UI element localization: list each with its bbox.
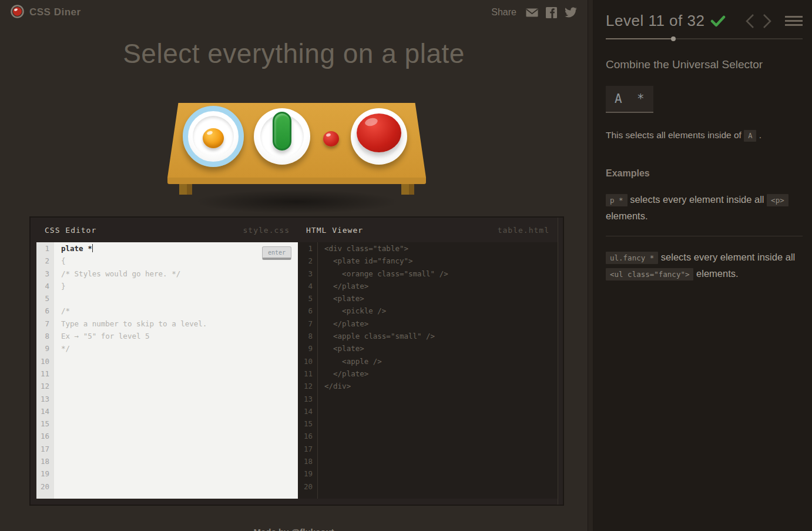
line-number: 17	[36, 443, 54, 455]
apple[interactable]	[357, 113, 401, 152]
html-viewer-header: HTML Viewer table.html	[298, 218, 558, 242]
line-number: 16	[36, 430, 54, 442]
text-fragment: selects every element inside all	[628, 194, 767, 205]
next-level-icon[interactable]	[763, 14, 772, 29]
level-row: Level 11 of 32	[606, 12, 803, 30]
level-progress-bar[interactable]	[606, 38, 803, 39]
line-number: 7	[36, 318, 54, 330]
line-text	[317, 467, 324, 480]
main-scrollbar[interactable]	[588, 0, 593, 531]
apple-small[interactable]	[323, 131, 339, 146]
code-line: 7Type a number to skip to a level.	[36, 318, 298, 330]
line-text: {	[54, 255, 66, 267]
code-line: 9*/	[36, 342, 298, 355]
line-number: 17	[298, 443, 317, 455]
code-line: 12</div>	[298, 380, 558, 392]
table-front-edge	[167, 178, 426, 184]
code-line: 6 <pickle />	[298, 305, 558, 317]
code-line: 16	[36, 430, 298, 442]
line-number: 1	[298, 242, 317, 255]
line-number: 7	[298, 318, 317, 330]
line-text	[317, 480, 324, 493]
line-number: 6	[36, 305, 54, 317]
line-number: 18	[298, 455, 317, 467]
enter-button[interactable]: enter	[262, 246, 291, 260]
table-leg	[179, 184, 192, 195]
selector-syntax: A *	[606, 86, 653, 112]
line-text	[317, 443, 324, 455]
line-number: 1	[36, 242, 54, 255]
logo[interactable]: CSS Diner	[11, 5, 81, 21]
code-line: 14	[36, 405, 298, 418]
text-fragment: elements.	[606, 211, 648, 221]
line-number: 19	[298, 467, 317, 480]
code-line: 10	[36, 355, 298, 368]
code-line: 2 <plate id="fancy">	[298, 255, 558, 267]
editor-panel: CSS Editor style.css enter 1plate *2{3/*…	[29, 216, 564, 506]
level-label: Level 11 of 32	[606, 12, 704, 30]
line-number: 19	[36, 467, 54, 480]
line-text: </plate>	[317, 318, 368, 330]
line-number: 11	[36, 368, 54, 380]
line-number: 16	[298, 430, 317, 442]
line-text: */	[54, 342, 70, 355]
code-line: 17	[298, 443, 558, 455]
menu-icon[interactable]	[785, 14, 803, 28]
code-line: 14	[298, 405, 558, 418]
line-text	[54, 480, 61, 493]
code-chip: ul.fancy *	[606, 252, 658, 264]
share-bar: Share	[491, 7, 577, 18]
line-text: <apple class="small" />	[317, 330, 435, 342]
line-text	[54, 292, 61, 305]
line-text: Ex → "5" for level 5	[54, 330, 150, 342]
line-number: 8	[36, 330, 54, 342]
code-chip: p *	[606, 194, 628, 206]
code-line: 15	[298, 418, 558, 430]
line-number: 6	[298, 305, 317, 317]
level-progress-fill	[606, 38, 673, 39]
line-number: 2	[298, 255, 317, 267]
line-text	[54, 467, 61, 480]
code-line: 18	[298, 455, 558, 467]
code-line: 11 </plate>	[298, 368, 558, 380]
line-text: </plate>	[317, 368, 368, 380]
code-line: 11	[36, 368, 298, 380]
previous-level-icon[interactable]	[745, 14, 754, 29]
line-text: <plate>	[317, 342, 364, 355]
facebook-share-icon[interactable]	[546, 7, 557, 18]
example-1: p * selects every element inside all <p>…	[606, 192, 803, 224]
code-line: 19	[36, 467, 298, 480]
line-number: 9	[36, 342, 54, 355]
plate[interactable]	[351, 108, 407, 165]
code-line: 7 </plate>	[298, 318, 558, 330]
line-text: }	[54, 280, 66, 292]
html-viewer-code-area: 1<div class="table">2 <plate id="fancy">…	[298, 242, 558, 499]
plate[interactable]	[254, 108, 310, 165]
logo-text: CSS Diner	[29, 6, 81, 18]
email-share-icon[interactable]	[526, 8, 538, 17]
line-number: 13	[298, 393, 317, 405]
table-shadow	[151, 185, 442, 219]
orange-small[interactable]	[203, 128, 224, 148]
level-progress-thumb[interactable]	[671, 36, 676, 41]
line-number: 3	[36, 268, 54, 280]
example-divider	[606, 236, 803, 236]
html-viewer-title: HTML Viewer	[306, 226, 363, 235]
html-viewer-filename: table.html	[498, 226, 549, 235]
css-editor-pane: CSS Editor style.css enter 1plate *2{3/*…	[36, 218, 298, 505]
example-2: ul.fancy * selects every element inside …	[606, 249, 803, 282]
tomato-icon	[11, 5, 24, 21]
code-line: 17	[36, 443, 298, 455]
code-line: 3/* Styles would go here. */	[36, 268, 298, 280]
line-text	[54, 430, 61, 442]
line-number: 20	[298, 480, 317, 493]
line-number: 5	[36, 292, 54, 305]
code-chip: <ul class="fancy">	[606, 268, 693, 280]
text-fragment: This selects all elements inside of	[606, 130, 744, 140]
css-editor-input-area[interactable]: enter 1plate *2{3/* Styles would go here…	[36, 242, 298, 499]
pickle[interactable]	[273, 112, 291, 151]
fancy-plate[interactable]	[183, 106, 244, 167]
twitter-share-icon[interactable]	[565, 7, 577, 18]
text-fragment: elements.	[693, 268, 738, 279]
code-line: 5	[36, 292, 298, 305]
